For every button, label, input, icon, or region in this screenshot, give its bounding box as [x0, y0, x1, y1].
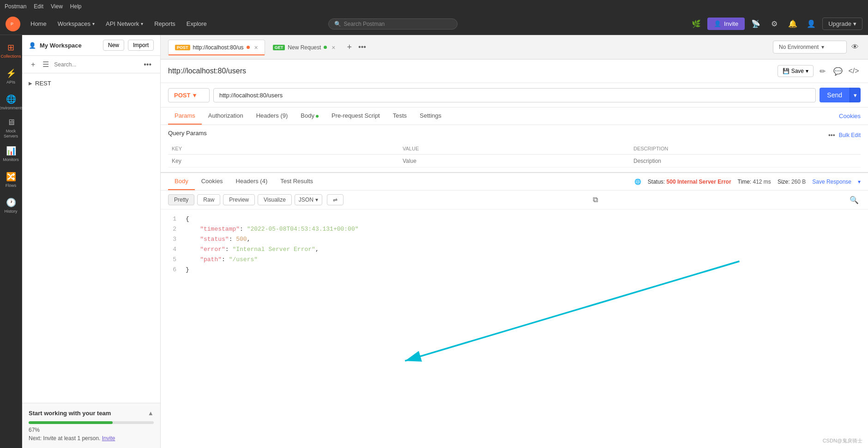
resp-tab-headers[interactable]: Headers (4) — [229, 173, 274, 190]
avatar[interactable]: 👤 — [804, 17, 819, 31]
collapse-team-btn[interactable]: ▲ — [148, 410, 154, 417]
flows-icon: 🔀 — [6, 172, 16, 182]
invite-button[interactable]: 👤 Invite — [707, 18, 745, 30]
sidebar-search-input[interactable] — [54, 61, 139, 68]
import-button[interactable]: Import — [128, 40, 154, 51]
api-network-nav[interactable]: API Network ▾ — [101, 18, 148, 30]
menu-help[interactable]: Help — [70, 3, 82, 10]
resp-tab-test-results[interactable]: Test Results — [274, 173, 319, 190]
format-raw-btn[interactable]: Raw — [197, 194, 220, 205]
format-preview-btn[interactable]: Preview — [223, 194, 255, 205]
wrap-lines-btn[interactable]: ⇌ — [327, 194, 344, 205]
resp-tab-cookies[interactable]: Cookies — [195, 173, 229, 190]
format-visualize-btn[interactable]: Visualize — [258, 194, 292, 205]
filter-btn[interactable]: ☰ — [40, 59, 51, 70]
status-label: Status: 500 Internal Server Error — [648, 179, 731, 185]
rail-item-history[interactable]: 🕐 History — [2, 194, 20, 218]
url-input[interactable] — [213, 88, 816, 102]
bulk-edit-button[interactable]: Bulk Edit — [839, 132, 861, 138]
save-response-button[interactable]: Save Response — [812, 179, 851, 185]
description-input[interactable] — [633, 158, 857, 164]
watermark: CSDN@鬼戾骑士 — [823, 437, 862, 444]
save-button[interactable]: 💾 Save ▾ — [778, 65, 814, 77]
value-input[interactable] — [403, 158, 626, 164]
search-bar[interactable]: 🔍 Search Postman — [328, 18, 458, 30]
method-chevron: ▾ — [193, 92, 196, 99]
rail-item-environments[interactable]: 🌐 Environments — [2, 90, 20, 114]
send-dropdown-arrow[interactable]: ▾ — [850, 88, 861, 102]
add-tab-button[interactable]: + — [344, 41, 356, 54]
code-line-3: 3 "status": 500, — [168, 234, 861, 245]
explore-nav[interactable]: Explore — [182, 18, 211, 30]
code-line-1: 1 { — [168, 214, 861, 224]
interceptor-icon[interactable]: 📡 — [748, 17, 763, 31]
environment-dropdown[interactable]: No Environment ▾ — [773, 41, 847, 54]
cookies-link[interactable]: Cookies — [839, 108, 861, 124]
code-line-4: 4 "error": "Internal Server Error", — [168, 245, 861, 255]
env-eye-button[interactable]: 👁 — [850, 41, 861, 53]
workspace-icon: 👤 — [29, 42, 36, 49]
tab-settings[interactable]: Settings — [413, 108, 448, 125]
upgrade-button[interactable]: Upgrade ▾ — [822, 18, 862, 30]
tab-authorization[interactable]: Authorization — [202, 108, 250, 125]
menu-view[interactable]: View — [51, 3, 63, 10]
sidebar: 👤 My Workspace New Import + ☰ ••• ▶ REST… — [22, 35, 161, 448]
settings-icon[interactable]: ⚙ — [767, 17, 782, 31]
search-response-btn[interactable]: 🔍 — [848, 193, 861, 206]
tab-tests[interactable]: Tests — [386, 108, 413, 125]
rail-item-mock-servers[interactable]: 🖥 Mock Servers — [2, 116, 20, 140]
environments-icon: 🌐 — [6, 94, 16, 104]
copy-response-btn[interactable]: ⧉ — [589, 193, 602, 206]
nav-right: 🌿 👤 Invite 📡 ⚙ 🔔 👤 Upgrade ▾ — [689, 17, 862, 31]
tab-get-request[interactable]: GET New Request × — [266, 40, 343, 55]
time-label: Time: 412 ms — [738, 179, 771, 185]
tab-close-btn-2[interactable]: × — [332, 44, 335, 51]
send-button[interactable]: Send — [820, 88, 850, 102]
resp-tab-body[interactable]: Body — [168, 173, 195, 190]
tab-overflow-btn[interactable]: ••• — [356, 41, 368, 53]
table-row — [168, 155, 861, 167]
reports-nav[interactable]: Reports — [150, 18, 180, 30]
invite-team-link[interactable]: Invite — [102, 435, 115, 442]
key-input[interactable] — [172, 158, 395, 164]
notification-icon[interactable]: 🔔 — [785, 17, 800, 31]
rail-item-monitors[interactable]: 📊 Monitors — [2, 142, 20, 166]
apis-icon: ⚡ — [6, 68, 16, 78]
code-snippet-btn[interactable]: </> — [847, 64, 861, 78]
description-column-header: DESCRIPTION — [630, 143, 861, 155]
progress-text: 67% — [29, 427, 154, 433]
comment-btn[interactable]: 💬 — [831, 64, 845, 78]
tab-close-btn[interactable]: × — [254, 44, 258, 51]
get-method-badge: GET — [273, 45, 285, 50]
add-collection-btn[interactable]: + — [29, 59, 37, 70]
collection-rest-item[interactable]: ▶ REST — [22, 77, 160, 90]
sidebar-bottom: Start working with your team ▲ 67% Next:… — [22, 403, 160, 448]
tab-headers[interactable]: Headers (9) — [250, 108, 295, 125]
rail-item-apis[interactable]: ⚡ APIs — [2, 65, 20, 89]
new-button[interactable]: New — [103, 40, 124, 51]
edit-request-btn[interactable]: ✏ — [815, 64, 829, 78]
progress-bar-bg — [29, 421, 154, 424]
menu-edit[interactable]: Edit — [34, 3, 43, 10]
send-button-group: Send ▾ — [820, 88, 861, 102]
tab-pre-request[interactable]: Pre-request Script — [325, 108, 386, 125]
value-column-header: VALUE — [399, 143, 630, 155]
rail-item-flows[interactable]: 🔀 Flows — [2, 168, 20, 192]
format-pretty-btn[interactable]: Pretty — [168, 194, 194, 205]
tab-params[interactable]: Params — [168, 108, 202, 125]
format-type-selector[interactable]: JSON ▾ — [295, 194, 322, 205]
mock-icon: 🖥 — [7, 118, 15, 127]
menu-bar: Postman Edit View Help — [0, 0, 868, 13]
workspaces-nav[interactable]: Workspaces ▾ — [53, 18, 99, 30]
app-logo[interactable]: P — [6, 17, 20, 31]
save-response-arrow[interactable]: ▾ — [858, 179, 861, 185]
params-more-btn[interactable]: ••• — [828, 131, 835, 139]
method-selector[interactable]: POST ▾ — [168, 88, 210, 102]
tab-body[interactable]: Body — [294, 108, 325, 125]
rail-item-collections[interactable]: ⊞ Collections — [2, 39, 20, 63]
sync-icon[interactable]: 🌿 — [689, 17, 704, 31]
more-options-btn[interactable]: ••• — [141, 59, 154, 70]
home-nav[interactable]: Home — [26, 18, 51, 30]
params-section: Query Params ••• Bulk Edit KEY VALUE DES… — [161, 125, 868, 172]
tab-post-request[interactable]: POST http://localhost:80/us × — [168, 40, 265, 55]
